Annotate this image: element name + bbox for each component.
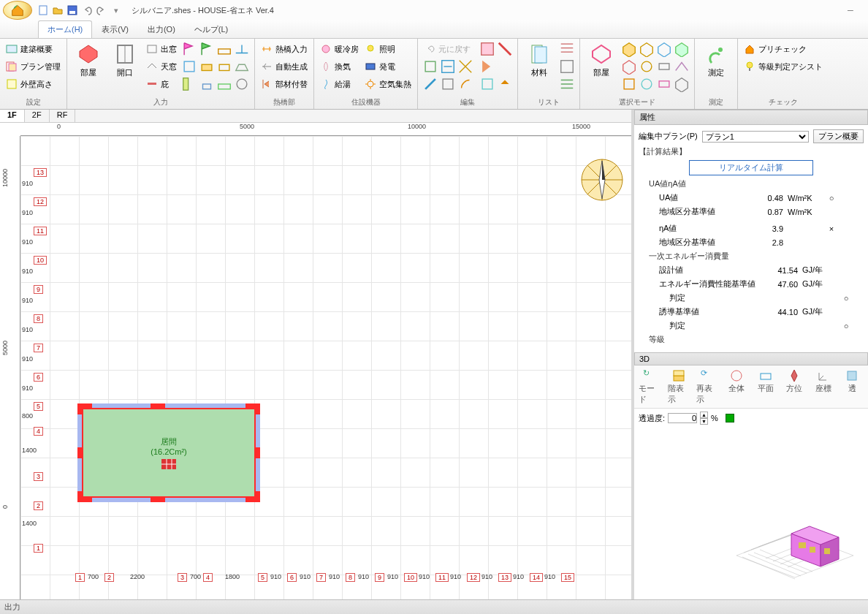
sel-icon-7[interactable]	[656, 58, 672, 75]
3d-panel-body: ↻モード 階表示 ⟳再表示 全体 平面 方位 座標 透 透過度: ▲▼ %	[634, 365, 868, 599]
edit-icon-1[interactable]	[422, 58, 438, 75]
sel-icon-6[interactable]	[639, 58, 655, 75]
btn-eaves[interactable]: 庇	[145, 76, 178, 92]
btn-grade-assist[interactable]: 等級判定アシスト	[742, 58, 824, 75]
btn-room[interactable]: 部屋	[72, 41, 105, 96]
sel-icon-8[interactable]	[674, 58, 690, 75]
minimize-button[interactable]: ─	[836, 6, 865, 15]
floor-tab-2f[interactable]: 2F	[25, 110, 50, 122]
3d-floor-button[interactable]: 階表示	[668, 368, 691, 405]
qat-redo-icon[interactable]	[95, 4, 108, 17]
btn-auto-gen[interactable]: 自動生成	[259, 58, 309, 75]
flag-pink-icon[interactable]	[181, 41, 197, 57]
plan-overview-button[interactable]: プラン概要	[813, 129, 864, 143]
tool-icon-b[interactable]	[199, 58, 215, 75]
sel-icon-1[interactable]	[621, 41, 637, 57]
room-shape[interactable]: 居間 (16.2Cm²)	[77, 403, 260, 502]
tool-icon-a[interactable]	[181, 58, 197, 75]
edit-icon-3[interactable]	[457, 58, 473, 75]
sel-icon-9[interactable]	[621, 76, 637, 92]
edit-icon-8[interactable]	[497, 41, 513, 57]
opacity-up[interactable]: ▲	[700, 412, 708, 418]
svg-rect-0	[39, 6, 47, 15]
edit-icon-6[interactable]	[457, 76, 473, 92]
tool-icon-h[interactable]	[234, 76, 250, 92]
tool-icon-c[interactable]	[216, 58, 232, 75]
edit-icon-7[interactable]	[479, 41, 495, 57]
edit-icon-9[interactable]	[479, 58, 495, 75]
3d-dir-button[interactable]: 方位	[783, 368, 807, 394]
btn-vent[interactable]: 換気	[319, 58, 360, 75]
sel-icon-12[interactable]	[674, 76, 690, 92]
sel-icon-4[interactable]	[674, 41, 690, 57]
sel-icon-11[interactable]	[656, 76, 672, 92]
btn-bridge-input[interactable]: 熱橋入力	[259, 41, 309, 57]
edit-icon-2[interactable]	[440, 58, 456, 75]
3d-coord-button[interactable]: 座標	[812, 368, 835, 394]
btn-light[interactable]: 照明	[363, 41, 413, 57]
3d-trans-button[interactable]: 透	[841, 368, 864, 394]
sel-icon-3[interactable]	[656, 41, 672, 57]
plan-select[interactable]: プラン1	[702, 131, 809, 143]
btn-undo[interactable]: 元に戻す	[422, 41, 473, 57]
tool-icon-d[interactable]	[234, 58, 250, 75]
opacity-swatch[interactable]	[726, 414, 734, 422]
sel-icon-5[interactable]	[621, 58, 637, 75]
shape-icon-2[interactable]	[234, 41, 250, 57]
tab-view[interactable]: 表示(V)	[92, 20, 138, 38]
btn-skylight[interactable]: 天窓	[145, 58, 178, 75]
3d-plan-button[interactable]: 平面	[754, 368, 777, 394]
svg-rect-15	[183, 78, 189, 91]
3d-viewport[interactable]	[729, 490, 861, 592]
list-icon-1[interactable]	[559, 41, 575, 57]
btn-plan-manage[interactable]: プラン管理	[4, 58, 62, 75]
btn-precheck[interactable]: プリチェック	[742, 41, 824, 57]
sel-icon-2[interactable]	[639, 41, 655, 57]
drawing-grid[interactable]: 13910 12910 11910 10910 9910 8910 7910 6…	[20, 136, 631, 599]
svg-point-22	[368, 81, 373, 87]
edit-icon-4[interactable]	[422, 76, 438, 92]
shape-icon-1[interactable]	[216, 41, 232, 57]
sel-icon-10[interactable]	[639, 76, 655, 92]
list-icon-3[interactable]	[559, 76, 575, 92]
3d-all-button[interactable]: 全体	[726, 368, 749, 394]
btn-pv[interactable]: 発電	[363, 58, 413, 75]
ribbon-group-edit: 元に戻す 編集	[418, 39, 518, 109]
qat-save-icon[interactable]	[66, 4, 79, 17]
tool-icon-g[interactable]	[216, 76, 232, 92]
btn-bay-window[interactable]: 出窓	[145, 41, 178, 57]
btn-building-overview[interactable]: 建築概要	[4, 41, 62, 57]
edit-icon-5[interactable]	[440, 76, 456, 92]
btn-solar-air[interactable]: 空気集熱	[363, 76, 413, 92]
qat-open-icon[interactable]	[51, 4, 64, 17]
tab-home[interactable]: ホーム(H)	[38, 20, 92, 38]
tab-output[interactable]: 出力(O)	[138, 20, 185, 38]
list-icon-2[interactable]	[559, 58, 575, 75]
btn-measure[interactable]: 測定	[699, 41, 733, 96]
btn-wall-height[interactable]: 外壁高さ	[4, 76, 62, 92]
opacity-input[interactable]	[668, 413, 697, 423]
opacity-down[interactable]: ▼	[700, 418, 708, 425]
tool-icon-e[interactable]	[181, 76, 197, 92]
btn-material-swap[interactable]: 部材付替	[259, 76, 309, 92]
canvas-area[interactable]: 1F 2F RF 0 5000 10000 15000 0 5000 10000…	[0, 110, 634, 599]
btn-opening[interactable]: 開口	[108, 41, 142, 96]
btn-material[interactable]: 材料	[522, 41, 556, 96]
app-logo[interactable]	[3, 1, 32, 20]
qat-undo-icon[interactable]	[80, 4, 94, 17]
floor-tab-rf[interactable]: RF	[50, 110, 76, 122]
btn-hotwater[interactable]: 給湯	[319, 76, 360, 92]
flag-green-icon[interactable]	[199, 41, 215, 57]
floor-tab-1f[interactable]: 1F	[0, 110, 25, 122]
qat-dropdown-icon[interactable]: ▾	[110, 4, 123, 17]
tool-icon-f[interactable]	[199, 76, 215, 92]
qat-new-icon[interactable]	[37, 4, 50, 17]
realtime-calc-button[interactable]: リアルタイム計算	[689, 160, 813, 175]
btn-sel-room[interactable]: 部屋	[585, 41, 618, 96]
tab-help[interactable]: ヘルプ(L)	[185, 20, 237, 38]
btn-hvac[interactable]: 暖冷房	[319, 41, 360, 57]
3d-mode-button[interactable]: ↻モード	[639, 368, 662, 405]
3d-redisplay-button[interactable]: ⟳再表示	[696, 368, 720, 405]
edit-icon-11[interactable]	[497, 76, 513, 92]
edit-icon-10[interactable]	[479, 76, 495, 92]
